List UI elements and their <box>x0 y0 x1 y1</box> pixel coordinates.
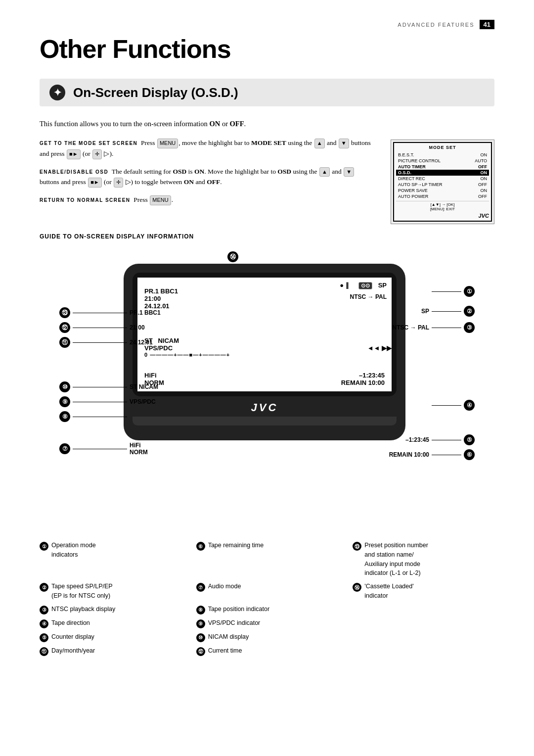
num-11: ⑪ <box>59 337 70 348</box>
legend-item-14: ⑭ 'Cassette Loaded'indicator <box>353 582 494 601</box>
legend-num-2: ② <box>40 583 48 592</box>
osd-pr1: PR.1 BBC1 <box>144 287 178 295</box>
mode-set-box: MODE SET B.E.S.T.ON PICTURE CONTROLAUTO … <box>393 142 492 222</box>
legend-num-10: ⑩ <box>196 633 205 642</box>
mode-set-row-picture: PICTURE CONTROLAUTO <box>396 158 489 164</box>
guide-heading: GUIDE TO ON-SCREEN DISPLAY INFORMATION <box>40 233 494 240</box>
line-9 <box>73 402 127 402</box>
line-10 <box>73 387 127 387</box>
section-title: On-Screen Display (O.S.D.) <box>73 85 238 100</box>
osd-bottom-row1: HiFi –1:23:45 <box>144 372 385 379</box>
down-key-1: ▼ <box>339 139 349 148</box>
line-4 <box>432 405 461 406</box>
move-key-2: ✛ <box>114 178 123 188</box>
num-4: ④ <box>464 400 475 411</box>
line-1 <box>432 291 461 292</box>
num-2: ② <box>464 306 475 317</box>
num-1: ① <box>464 286 475 297</box>
callout-3: ③ NTSC → PAL <box>393 322 475 333</box>
line-8 <box>73 417 127 417</box>
callout-5: ⑤ –1:23:45 <box>405 434 475 445</box>
ok-key-1: ■► <box>67 149 81 159</box>
legend-num-13: ⑬ <box>353 542 361 551</box>
num-14: ⑭ <box>227 251 238 262</box>
legend-text-14: 'Cassette Loaded'indicator <box>364 582 413 601</box>
up-key: ▲ <box>314 139 325 148</box>
legend-num-14: ⑭ <box>353 583 361 592</box>
callout-10: ⑩ ST NICAM <box>59 381 158 392</box>
mode-set-row-powersave: POWER SAVEON <box>396 188 489 193</box>
instruction-label-3: RETURN TO NORMAL SCREEN <box>40 197 131 203</box>
legend-area: ① Operation modeindicators ⑥ Tape remain… <box>40 541 494 656</box>
move-key-1: ✛ <box>92 149 102 159</box>
label-11: 24.12.01 <box>130 339 153 346</box>
num-10: ⑩ <box>59 381 70 392</box>
mode-set-row-autotimer: AUTO TIMEROFF <box>396 164 489 170</box>
mode-set-row-autolp: AUTO SP→LP TIMEROFF <box>396 182 489 188</box>
mode-set-nav: [▲▼] → [OK] [MENU]: EXIT <box>396 201 489 211</box>
osd-middle: ST NICAM VPS/PDC ◄◄ ▶▶ 0 ————+——■—+————+ <box>144 337 392 358</box>
mode-set-outer: MODE SET B.E.S.T.ON PICTURE CONTROLAUTO … <box>391 140 494 224</box>
legend-text-10: NICAM display <box>208 632 249 642</box>
legend-text-13: Preset position numberand station name/A… <box>364 541 428 578</box>
label-12: 21:00 <box>130 324 145 331</box>
label-2: SP <box>421 308 429 315</box>
instruction-block-3: RETURN TO NORMAL SCREEN Press MENU. <box>40 194 376 205</box>
legend-num-11: ⑪ <box>40 647 48 656</box>
sp-label: SP <box>378 282 387 289</box>
page-number: 41 <box>480 20 494 29</box>
legend-num-6: ⑥ <box>196 542 205 551</box>
line-5 <box>432 440 461 440</box>
legend-item-11b: ⑪ Day/month/year <box>40 646 181 656</box>
legend-num-9: ⑨ <box>196 619 205 628</box>
line-2 <box>432 311 461 312</box>
line-3 <box>432 328 461 328</box>
callout-8: ⑧ <box>59 411 127 422</box>
legend-item-5: ⑤ Counter display <box>40 632 181 642</box>
legend-num-8: ⑧ <box>196 606 205 614</box>
osd-ntsc-pal: NTSC → PAL <box>350 293 387 300</box>
num-5: ⑤ <box>464 434 475 445</box>
legend-item-12: ⑫ Current time <box>196 646 338 656</box>
label-10: ST NICAM <box>130 383 158 390</box>
callout-9: ⑨ VPS/PDC <box>59 396 156 407</box>
legend-item-3: ③ NTSC playback display <box>40 605 181 614</box>
stereo-symbol: ⊙⊙ <box>358 282 372 289</box>
label-7: HiFiNORM <box>130 442 148 456</box>
line-13 <box>73 313 127 313</box>
legend-item-13: ⑬ Preset position numberand station name… <box>353 541 494 578</box>
instructions-left: GET TO THE MODE SET SCREEN Press MENU, m… <box>40 138 376 212</box>
down-key-2: ▼ <box>344 167 354 177</box>
legend-text-9: VPS/PDC indicator <box>208 618 261 628</box>
callout-11: ⑪ 24.12.01 <box>59 337 153 348</box>
record-symbol: ● ‖ <box>340 282 349 289</box>
line-12 <box>73 328 127 328</box>
instruction-area: GET TO THE MODE SET SCREEN Press MENU, m… <box>40 138 494 224</box>
label-13: PR.1 BBC1 <box>130 309 161 316</box>
callout-7: ⑦ HiFiNORM <box>59 442 148 456</box>
legend-text-8: Tape position indicator <box>208 605 269 614</box>
callout-2: ② SP <box>421 306 475 317</box>
osd-bottom: HiFi –1:23:45 NORM REMAIN 10:00 <box>144 372 385 386</box>
line-11 <box>73 342 127 343</box>
tv-brand: JVC <box>133 401 397 414</box>
tv-diagram-wrapper: ● ‖ ⊙⊙ SP NTSC → PAL PR.1 BBC1 21:00 <box>59 249 475 536</box>
legend-num-3: ③ <box>40 606 48 614</box>
num-7: ⑦ <box>59 443 70 454</box>
tv-outer: ● ‖ ⊙⊙ SP NTSC → PAL PR.1 BBC1 21:00 <box>124 264 405 440</box>
legend-text-6: Tape remaining time <box>208 541 264 550</box>
legend-text-4: Tape direction <box>51 618 90 628</box>
legend-text-7: Audio mode <box>208 582 241 591</box>
intro-text: This function allows you to turn the on-… <box>40 118 494 130</box>
callout-6: ⑥ REMAIN 10:00 <box>389 449 475 460</box>
legend-item-2: ② Tape speed SP/LP/EP(EP is for NTSC onl… <box>40 582 181 601</box>
legend-item-11: ⑪ <box>353 632 494 642</box>
tv-inner: ● ‖ ⊙⊙ SP NTSC → PAL PR.1 BBC1 21:00 <box>133 273 397 396</box>
num-3: ③ <box>464 322 475 333</box>
tv-screen: ● ‖ ⊙⊙ SP NTSC → PAL PR.1 BBC1 21:00 <box>137 278 392 391</box>
legend-item-6: ⑥ Tape remaining time <box>196 541 338 578</box>
instruction-label-2: ENABLE/DISABLE OSD <box>40 169 108 175</box>
legend-text-3: NTSC playback display <box>51 605 115 614</box>
label-9: VPS/PDC <box>130 398 156 405</box>
legend-num-1: ① <box>40 542 48 551</box>
